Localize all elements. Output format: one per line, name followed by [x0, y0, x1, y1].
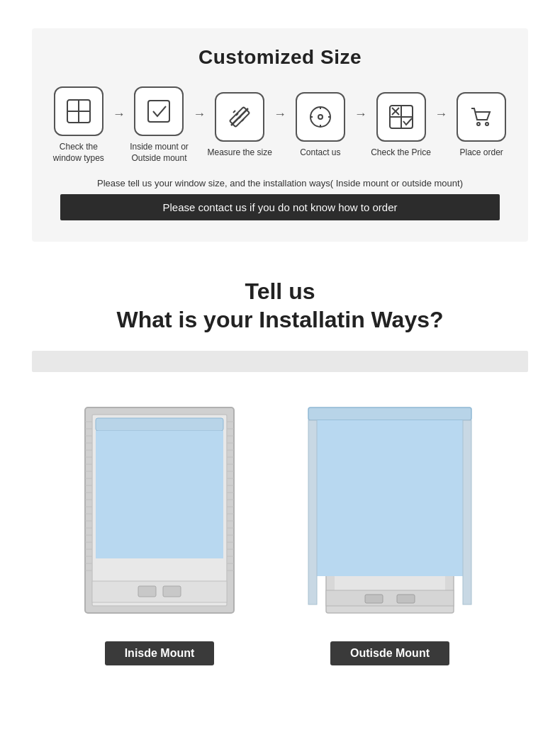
step-3-label: Measure the size [207, 147, 271, 159]
gray-divider [32, 351, 528, 372]
svg-rect-80 [397, 595, 415, 603]
inside-mount-item: Inisde Mount [78, 400, 241, 665]
svg-rect-82 [463, 420, 471, 604]
svg-point-22 [486, 123, 488, 125]
step-1-label: Check thewindow types [53, 142, 104, 164]
svg-rect-27 [92, 581, 227, 602]
arrow-2: → [193, 107, 206, 143]
step-1-icon [54, 86, 103, 136]
svg-line-8 [242, 119, 244, 121]
step-6: Place order [449, 92, 514, 159]
outside-mount-svg [298, 400, 482, 627]
step-4: Contact us [288, 92, 353, 159]
step-1: Check thewindow types [46, 86, 111, 164]
arrow-4: → [354, 107, 367, 143]
svg-point-21 [477, 123, 480, 125]
svg-rect-28 [138, 586, 156, 597]
svg-point-11 [318, 115, 323, 119]
step-6-icon [457, 92, 506, 142]
svg-rect-78 [326, 590, 454, 606]
contact-bar: Please contact us if you do not know how… [60, 194, 500, 220]
step-3-icon [215, 92, 264, 142]
outside-mount-item: Outisde Mount [298, 400, 482, 665]
step-4-icon [296, 92, 345, 142]
svg-rect-81 [308, 420, 317, 604]
tell-us-section: Tell us What is your Installatin Ways? [0, 263, 560, 340]
arrow-5: → [435, 107, 447, 143]
step-6-label: Place order [459, 147, 503, 159]
step-2: Inside mount orOutside mount [127, 86, 192, 164]
svg-point-10 [310, 107, 330, 127]
svg-rect-79 [365, 595, 383, 603]
svg-line-5 [233, 111, 235, 113]
step-4-label: Contact us [300, 147, 340, 159]
tell-us-title: Tell us [0, 277, 560, 307]
step-5-label: Check the Price [371, 147, 431, 159]
step-2-label: Inside mount orOutside mount [130, 142, 189, 164]
customized-size-section: Customized Size Check thewindow types → [32, 28, 528, 242]
svg-rect-25 [96, 418, 223, 431]
svg-rect-26 [96, 431, 223, 558]
tell-us-subtitle: What is your Installatin Ways? [0, 307, 560, 333]
svg-rect-76 [308, 407, 471, 420]
step-2-icon [134, 86, 184, 136]
outside-mount-label: Outisde Mount [330, 641, 449, 665]
steps-row: Check thewindow types → Inside mount orO… [46, 86, 514, 164]
step-5-icon [376, 92, 426, 142]
arrow-3: → [274, 107, 286, 143]
mount-illustrations: Inisde Mount Outisde Mount [0, 372, 560, 680]
svg-rect-29 [163, 586, 181, 597]
page-title: Customized Size [46, 46, 514, 69]
info-text: Please tell us your window size, and the… [46, 178, 514, 189]
arrow-1: → [113, 107, 125, 143]
step-3: Measure the size [207, 92, 272, 159]
inside-mount-svg [78, 400, 241, 627]
inside-mount-label: Inisde Mount [105, 641, 215, 665]
svg-rect-3 [148, 101, 169, 122]
step-5: Check the Price [369, 92, 434, 159]
svg-rect-77 [308, 420, 471, 576]
